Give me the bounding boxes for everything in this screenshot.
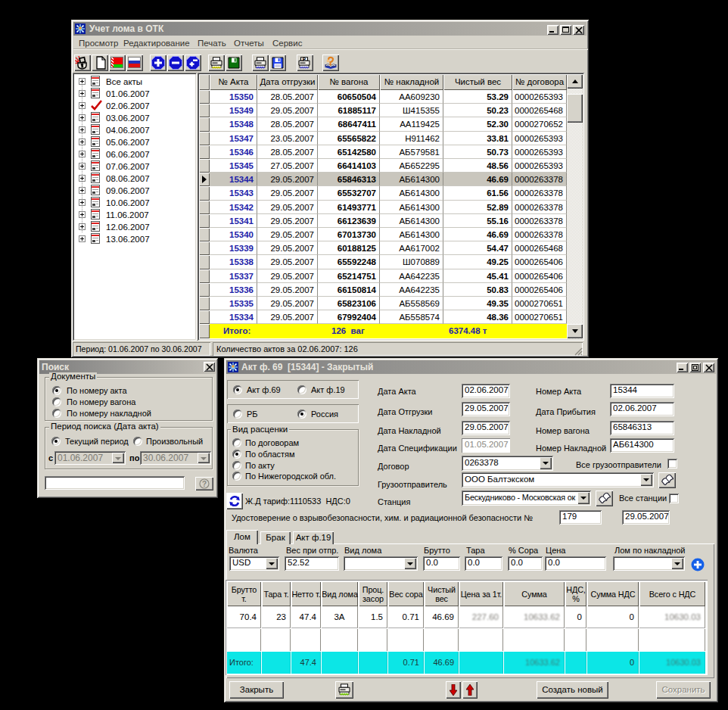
svg-text:P: P bbox=[303, 57, 306, 62]
svg-text:?: ? bbox=[202, 480, 207, 488]
